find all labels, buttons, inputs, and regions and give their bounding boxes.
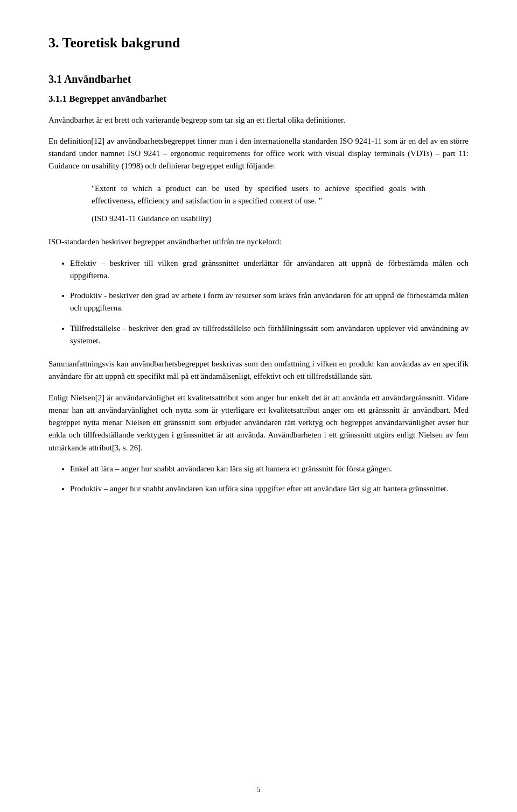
subsection-title: 3.1.1 Begreppet användbarhet: [48, 92, 469, 106]
block-quote-source: (ISO 9241-11 Guidance on usability): [92, 213, 425, 225]
list-item: Tillfredställelse - beskriver den grad a…: [70, 322, 469, 348]
para1: Användbarhet är ett brett och varierande…: [48, 114, 469, 126]
chapter-title: 3. Teoretisk bakgrund: [48, 32, 469, 54]
section-title: 3.1 Användbarhet: [48, 71, 469, 88]
list-item: Enkel att lära – anger hur snabbt använd…: [70, 463, 469, 475]
page: 3. Teoretisk bakgrund 3.1 Användbarhet 3…: [0, 0, 517, 812]
page-number: 5: [257, 784, 261, 796]
bullet-list-1: Effektiv – beskriver till vilken grad gr…: [70, 257, 469, 348]
list-item: Produktiv - beskriver den grad av arbete…: [70, 290, 469, 315]
para2: En definition[12] av användbarhetsbegrep…: [48, 135, 469, 173]
para5: Enligt Nielsen[2] är användarvänlighet e…: [48, 392, 469, 454]
bullet-list-2: Enkel att lära – anger hur snabbt använd…: [70, 463, 469, 496]
list-item: Produktiv – anger hur snabbt användaren …: [70, 483, 469, 495]
block-quote: "Extent to which a product can be used b…: [92, 182, 425, 208]
para4: Sammanfattningsvis kan användbarhetsbegr…: [48, 358, 469, 383]
para3: ISO-standarden beskriver begreppet använ…: [48, 236, 469, 248]
list-item: Effektiv – beskriver till vilken grad gr…: [70, 257, 469, 283]
